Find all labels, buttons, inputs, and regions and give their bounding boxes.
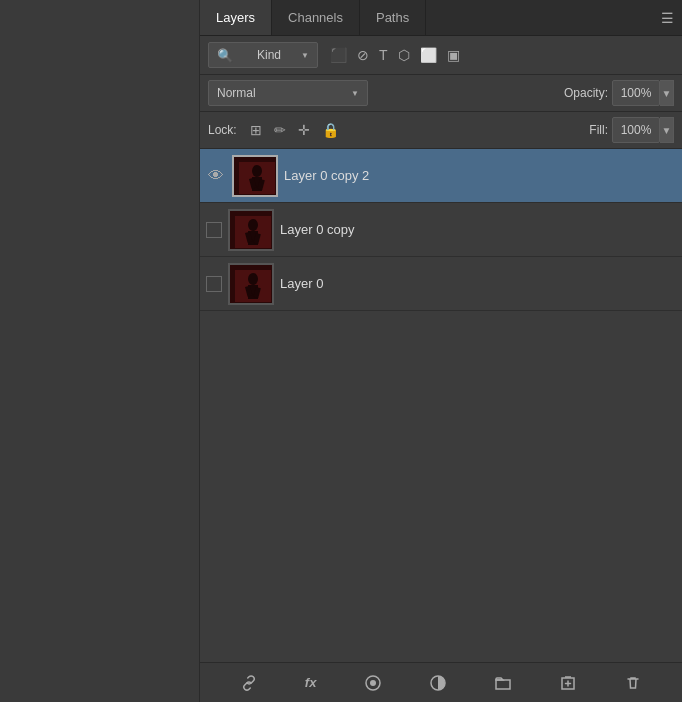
opacity-value[interactable]: 100% [612, 80, 660, 106]
opacity-arrow[interactable]: ▼ [660, 80, 674, 106]
new-group-icon[interactable] [490, 670, 516, 696]
visibility-toggle[interactable]: 👁 [206, 166, 226, 186]
pixel-filter-icon[interactable]: ⬛ [328, 45, 349, 65]
lock-move-icon[interactable]: ✛ [295, 119, 313, 141]
delete-layer-icon[interactable] [620, 670, 646, 696]
visibility-checkbox[interactable] [206, 276, 222, 292]
extra-icon[interactable]: ▣ [445, 45, 462, 65]
blend-row: Normal ▼ Opacity: 100% ▼ [200, 75, 682, 112]
layer-row[interactable]: Layer 0 [200, 257, 682, 311]
adjustment-layer-icon[interactable] [425, 670, 451, 696]
kind-row: 🔍 Kind ▼ ⬛ ⊘ T ⬡ ⬜ ▣ [200, 36, 682, 75]
layer-name: Layer 0 copy [280, 222, 354, 237]
lock-pixels-icon[interactable]: ⊞ [247, 119, 265, 141]
opacity-group: Opacity: 100% ▼ [564, 80, 674, 106]
opacity-label: Opacity: [564, 86, 608, 100]
blend-mode-select[interactable]: Normal ▼ [208, 80, 368, 106]
shape-filter-icon[interactable]: ⬡ [396, 45, 412, 65]
fx-icon[interactable]: fx [301, 671, 321, 694]
layer-thumbnail [232, 155, 278, 197]
layers-list: 👁 Layer 0 copy 2 [200, 149, 682, 662]
fill-value[interactable]: 100% [612, 117, 660, 143]
layer-name: Layer 0 [280, 276, 323, 291]
visibility-checkbox[interactable] [206, 222, 222, 238]
layer-row[interactable]: Layer 0 copy [200, 203, 682, 257]
blend-mode-arrow: ▼ [351, 89, 359, 98]
fill-group: Fill: 100% ▼ [589, 117, 674, 143]
left-panel [0, 0, 200, 702]
kind-icons: ⬛ ⊘ T ⬡ ⬜ ▣ [328, 45, 462, 65]
layer-thumbnail [228, 209, 274, 251]
svg-point-8 [248, 219, 258, 231]
layers-panel: Layers Channels Paths ☰ 🔍 Kind ▼ ⬛ ⊘ T ⬡… [200, 0, 682, 702]
adjustment-filter-icon[interactable]: ⊘ [355, 45, 371, 65]
fill-control[interactable]: 100% ▼ [612, 117, 674, 143]
layer-thumbnail [228, 263, 274, 305]
type-filter-icon[interactable]: T [377, 45, 390, 65]
smart-filter-icon[interactable]: ⬜ [418, 45, 439, 65]
add-mask-icon[interactable] [360, 670, 386, 696]
tabs-row: Layers Channels Paths ☰ [200, 0, 682, 36]
fill-arrow[interactable]: ▼ [660, 117, 674, 143]
lock-row: Lock: ⊞ ✏ ✛ 🔒 Fill: 100% ▼ [200, 112, 682, 149]
fill-label: Fill: [589, 123, 608, 137]
layer-row[interactable]: 👁 Layer 0 copy 2 [200, 149, 682, 203]
new-layer-icon[interactable] [555, 670, 581, 696]
lock-label: Lock: [208, 123, 237, 137]
layer-name: Layer 0 copy 2 [284, 168, 369, 183]
kind-select[interactable]: 🔍 Kind ▼ [208, 42, 318, 68]
kind-select-arrow: ▼ [301, 51, 309, 60]
lock-paint-icon[interactable]: ✏ [271, 119, 289, 141]
bottom-toolbar: fx [200, 662, 682, 702]
lock-all-icon[interactable]: 🔒 [319, 119, 342, 141]
tab-layers[interactable]: Layers [200, 0, 272, 35]
svg-point-19 [370, 680, 376, 686]
svg-point-2 [252, 165, 262, 177]
svg-point-14 [248, 273, 258, 285]
tab-paths[interactable]: Paths [360, 0, 426, 35]
opacity-control[interactable]: 100% ▼ [612, 80, 674, 106]
tab-channels[interactable]: Channels [272, 0, 360, 35]
link-layers-icon[interactable] [236, 670, 262, 696]
panel-menu-icon[interactable]: ☰ [661, 10, 674, 26]
